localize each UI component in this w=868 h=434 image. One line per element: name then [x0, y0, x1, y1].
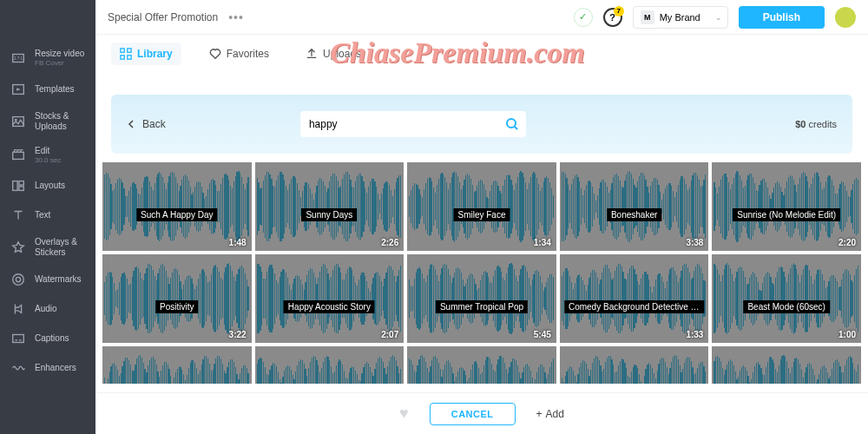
layouts-icon — [10, 178, 26, 194]
favorite-toggle[interactable]: ♥ — [399, 404, 409, 423]
sidebar-label: Layouts — [35, 181, 65, 191]
svg-rect-11 — [13, 335, 24, 343]
waveform — [102, 346, 252, 384]
svg-rect-7 — [19, 181, 23, 186]
sidebar-label: Captions — [35, 333, 69, 344]
back-label: Back — [142, 118, 166, 130]
tab-uploads[interactable]: Uploads — [297, 43, 370, 65]
sidebar-label: Text — [35, 210, 50, 220]
svg-rect-5 — [13, 153, 24, 160]
resize-icon: 2.7:1 — [10, 50, 26, 66]
cancel-button[interactable]: CANCEL — [430, 403, 516, 425]
track-duration: 1:48 — [229, 238, 247, 247]
sidebar: 2.7:1Resize videoFB CoverTemplatesStocks… — [0, 0, 95, 434]
audio-tile[interactable] — [712, 346, 861, 384]
sidebar-label: Overlays & Stickers — [35, 237, 85, 258]
sidebar-item-resize[interactable]: 2.7:1Resize videoFB Cover — [0, 42, 95, 75]
audio-tile[interactable]: Such A Happy Day1:48 — [102, 162, 252, 251]
heart-icon — [209, 48, 221, 60]
track-duration: 1:33 — [686, 330, 703, 339]
track-name: Summer Tropical Pop — [436, 300, 528, 313]
grid-icon — [120, 48, 132, 60]
audio-tile[interactable]: Sunny Days2:26 — [255, 162, 404, 251]
svg-point-16 — [507, 119, 516, 128]
search-icon[interactable] — [505, 117, 519, 131]
credits-label: credits — [809, 119, 837, 129]
captions-icon — [10, 331, 26, 346]
audio-icon — [10, 301, 26, 317]
add-button[interactable]: + Add — [536, 408, 564, 420]
upload-icon — [306, 48, 318, 60]
brand-dropdown[interactable]: M My Brand ⌄ — [633, 6, 728, 29]
credits-display: $0 credits — [795, 119, 837, 129]
audio-tile[interactable]: Comedy Background Detective Ca1:33 — [560, 254, 709, 343]
track-name: Smiley Face — [453, 208, 510, 221]
search-bar: Back $0 credits — [111, 95, 852, 154]
sidebar-item-layouts[interactable]: Layouts — [0, 171, 95, 201]
user-avatar[interactable] — [835, 7, 856, 28]
track-name: Comedy Background Detective Ca — [564, 300, 704, 313]
svg-point-10 — [16, 277, 20, 281]
track-name: Happy Acoustic Story — [284, 300, 375, 313]
text-icon — [10, 207, 26, 223]
more-options-icon[interactable]: ••• — [228, 10, 244, 24]
publish-button[interactable]: Publish — [739, 6, 825, 29]
library-tabs: Library Favorites Uploads — [95, 35, 868, 73]
audio-tile[interactable] — [102, 346, 252, 384]
track-duration: 2:07 — [381, 330, 398, 339]
audio-tile[interactable]: Smiley Face1:34 — [407, 162, 556, 251]
audio-tile[interactable]: Positivity3:22 — [102, 254, 252, 343]
audio-tile[interactable]: Happy Acoustic Story2:07 — [255, 254, 404, 343]
credits-amount: $0 — [795, 119, 806, 129]
audio-tile[interactable]: Sunrise (No Melodie Edit)2:20 — [712, 162, 861, 251]
status-check-icon[interactable]: ✓ — [574, 8, 593, 27]
audio-tile[interactable] — [255, 346, 404, 384]
waveform — [255, 346, 404, 384]
help-button[interactable]: ? 7 — [603, 8, 622, 27]
back-button[interactable]: Back — [127, 118, 166, 130]
brand-name: My Brand — [660, 12, 700, 23]
help-count-badge: 7 — [614, 6, 624, 16]
audio-tile[interactable]: Beast Mode (60sec)1:00 — [712, 254, 861, 343]
track-name: Sunny Days — [301, 208, 357, 221]
sidebar-sublabel: FB Cover — [35, 59, 84, 68]
sidebar-item-audio[interactable]: Audio — [0, 294, 95, 324]
search-input[interactable] — [300, 111, 526, 137]
waveform — [407, 346, 556, 384]
tab-uploads-label: Uploads — [323, 48, 361, 60]
track-name: Such A Happy Day — [136, 208, 217, 221]
sidebar-label: Edit — [35, 146, 61, 156]
track-duration: 1:00 — [838, 330, 856, 339]
sidebar-label: Enhancers — [35, 363, 76, 373]
track-duration: 2:20 — [838, 238, 856, 247]
project-name[interactable]: Special Offer Promotion — [108, 11, 218, 23]
sidebar-label: Watermarks — [35, 274, 82, 285]
waveform — [560, 346, 709, 384]
sidebar-item-edit[interactable]: Edit30.0 sec — [0, 139, 95, 172]
track-duration: 3:38 — [686, 238, 703, 247]
tab-favorites[interactable]: Favorites — [201, 43, 278, 65]
sidebar-item-watermarks[interactable]: Watermarks — [0, 265, 95, 294]
svg-text:2.7:1: 2.7:1 — [14, 56, 23, 61]
sidebar-item-enhancers[interactable]: Enhancers — [0, 353, 95, 383]
sidebar-label: Resize video — [35, 49, 84, 59]
sidebar-item-text[interactable]: Text — [0, 201, 95, 230]
audio-tile[interactable] — [560, 346, 709, 384]
sidebar-item-stocks[interactable]: Stocks & Uploads — [0, 104, 95, 139]
tab-library[interactable]: Library — [111, 43, 181, 65]
sidebar-label: Audio — [35, 304, 57, 314]
watermarks-icon — [10, 272, 26, 287]
track-duration: 5:45 — [534, 330, 551, 339]
svg-rect-13 — [128, 49, 131, 52]
audio-tile[interactable]: Summer Tropical Pop5:45 — [407, 254, 556, 343]
arrow-left-icon — [127, 119, 137, 129]
audio-tile[interactable] — [407, 346, 556, 384]
sidebar-sublabel: 30.0 sec — [35, 156, 61, 165]
sidebar-item-templates[interactable]: Templates — [0, 75, 95, 104]
sidebar-item-overlays[interactable]: Overlays & Stickers — [0, 230, 95, 265]
audio-tile[interactable]: Boneshaker3:38 — [560, 162, 709, 251]
chevron-down-icon: ⌄ — [715, 13, 722, 22]
svg-rect-15 — [128, 56, 131, 59]
waveform — [712, 346, 861, 384]
sidebar-item-captions[interactable]: Captions — [0, 324, 95, 353]
